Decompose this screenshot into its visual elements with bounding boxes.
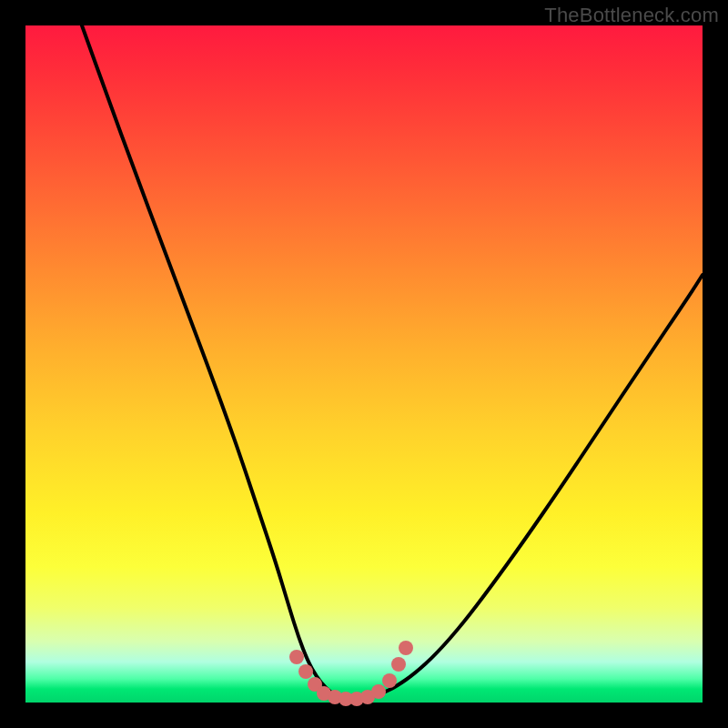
bottleneck-curve (82, 25, 703, 699)
valley-dot (399, 641, 413, 655)
chart-frame: TheBottleneck.com (0, 0, 728, 728)
plot-area (25, 25, 703, 703)
valley-dot (382, 673, 397, 688)
valley-dot (289, 650, 304, 664)
curve-svg (25, 25, 703, 703)
valley-dot (371, 684, 386, 699)
watermark-text: TheBottleneck.com (544, 4, 719, 27)
valley-dot (298, 664, 313, 679)
valley-dot (391, 657, 406, 672)
valley-dots-group (289, 641, 413, 706)
